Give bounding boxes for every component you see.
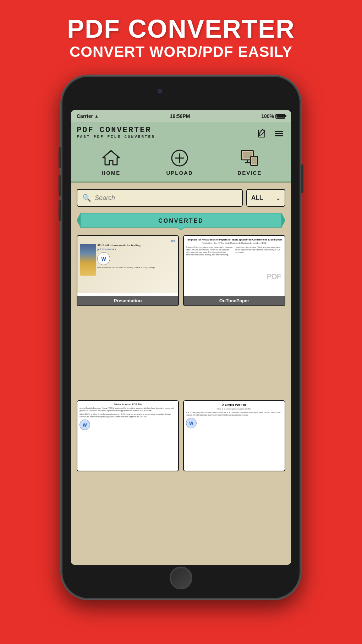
home-icon	[100, 148, 122, 168]
nav-device-label: DEVICE	[237, 170, 262, 176]
converted-label: CONVERTED	[158, 218, 203, 224]
nav-device[interactable]: DEVICE	[237, 148, 262, 176]
file-thumbnail-presentation: aia JPdfUnit - framework for testing pdf…	[77, 236, 178, 293]
hero-section: PDF CONVERTER CONVERT WORD/PDF EASILY	[67, 14, 295, 60]
edit-button[interactable]	[256, 127, 268, 140]
file-thumbnail-adobepdf: Adobe Acrobat PDF File Acrobat Portable …	[77, 401, 178, 458]
hero-subtitle: CONVERT WORD/PDF EASILY	[67, 43, 295, 60]
nav-bar: HOME UPLOAD	[71, 144, 291, 183]
nav-home[interactable]: HOME	[100, 148, 122, 176]
app-title: PDF CONVERTER	[77, 126, 155, 135]
wifi-icon: ▲	[94, 114, 99, 119]
file-label-ontimepaper: OnTimePaper	[184, 296, 285, 305]
upload-icon	[169, 148, 190, 168]
app-header: PDF CONVERTER FAST PDF FILE CONVERTER	[71, 122, 291, 144]
search-box[interactable]: 🔍	[77, 189, 243, 207]
battery-fill	[276, 115, 285, 118]
filter-dropdown[interactable]: ALL ⌄	[246, 189, 285, 207]
svg-marker-16	[77, 213, 81, 227]
phone-screen: Carrier ▲ 19:56PM 100% PDF CONVERTER FAS…	[71, 110, 291, 565]
status-time: 19:56PM	[170, 113, 190, 119]
file-card-ontimepaper[interactable]: Template for Preparation of Papers for I…	[183, 235, 285, 306]
battery-label: 100%	[261, 113, 274, 119]
content-area: 🔍 ALL ⌄ CONVERTED	[71, 183, 291, 565]
file-card-simplefile[interactable]: A Simple PDF File This is a simple prese…	[183, 400, 285, 471]
battery-area: 100%	[261, 113, 285, 119]
nav-upload-label: UPLOAD	[166, 170, 193, 176]
carrier-label: Carrier	[77, 113, 93, 119]
files-grid: aia JPdfUnit - framework for testing pdf…	[77, 235, 285, 561]
nav-home-label: HOME	[102, 170, 120, 176]
svg-rect-14	[252, 157, 257, 164]
converted-banner: CONVERTED	[77, 212, 285, 230]
phone-notch	[156, 90, 206, 96]
home-button[interactable]	[170, 567, 192, 589]
battery-icon	[275, 114, 285, 119]
search-input[interactable]	[95, 194, 237, 202]
hero-title: PDF CONVERTER	[67, 14, 295, 43]
file-thumbnail-simplefile: A Simple PDF File This is a simple prese…	[184, 401, 285, 458]
nav-upload[interactable]: UPLOAD	[166, 148, 193, 176]
svg-marker-17	[282, 213, 286, 227]
search-row: 🔍 ALL ⌄	[77, 189, 285, 207]
carrier-area: Carrier ▲	[77, 113, 99, 119]
app-subtitle: FAST PDF FILE CONVERTER	[77, 135, 155, 139]
header-icons	[256, 127, 285, 140]
menu-button[interactable]	[273, 127, 285, 140]
file-card-presentation[interactable]: aia JPdfUnit - framework for testing pdf…	[77, 235, 179, 306]
status-bar: Carrier ▲ 19:56PM 100%	[71, 110, 291, 122]
chevron-down-icon: ⌄	[276, 195, 280, 201]
filter-label: ALL	[251, 194, 263, 201]
phone-camera	[158, 89, 162, 93]
svg-marker-5	[103, 151, 119, 165]
device-icon	[239, 148, 260, 168]
file-card-adobepdf[interactable]: Adobe Acrobat PDF File Acrobat Portable …	[77, 400, 179, 471]
file-label-presentation: Presentation	[77, 296, 178, 305]
app-title-block: PDF CONVERTER FAST PDF FILE CONVERTER	[77, 126, 155, 139]
phone-device: Carrier ▲ 19:56PM 100% PDF CONVERTER FAS…	[60, 75, 302, 600]
search-icon: 🔍	[82, 194, 91, 202]
file-thumbnail-ontimepaper: Template for Preparation of Papers for I…	[184, 236, 285, 293]
